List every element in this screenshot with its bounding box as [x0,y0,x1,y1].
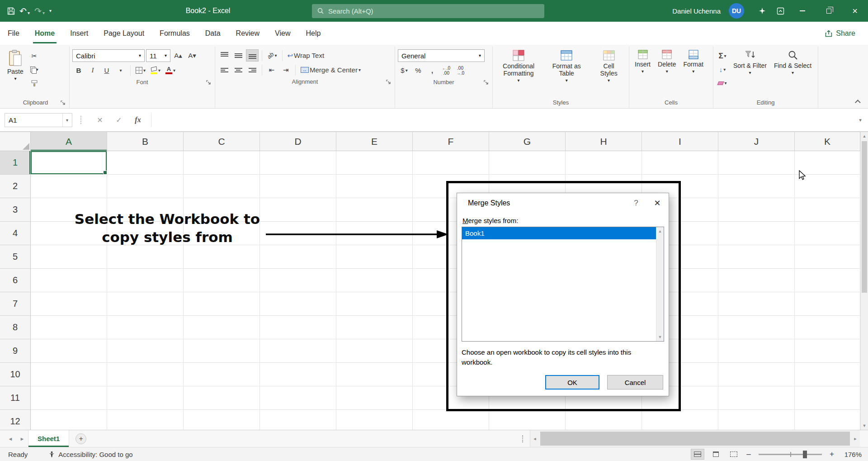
enter-entry-button[interactable]: ✓ [109,113,128,127]
cell-J4[interactable] [718,222,795,245]
column-header-E[interactable]: E [336,132,413,151]
cell-G12[interactable] [489,410,566,430]
zoom-in-button[interactable]: + [828,450,835,459]
cell-E2[interactable] [336,175,413,198]
row-header-9[interactable]: 9 [0,339,31,363]
cell-K8[interactable] [795,316,860,339]
cell-K7[interactable] [795,292,860,316]
middle-align-button[interactable] [232,49,245,62]
paste-button[interactable]: Paste ▾ [5,47,26,82]
align-center-button[interactable] [232,64,245,76]
zoom-slider-thumb[interactable] [803,451,807,458]
cell-B11[interactable] [107,386,184,410]
save-button[interactable] [7,7,15,15]
row-header-3[interactable]: 3 [0,198,31,222]
cell-D3[interactable] [260,198,336,222]
format-as-table-button[interactable]: Format as Table ▾ [543,47,590,84]
cell-A9[interactable] [31,339,107,363]
cell-B6[interactable] [107,269,184,292]
undo-button[interactable]: ↶▾ [19,7,30,15]
cell-E6[interactable] [336,269,413,292]
cell-J1[interactable] [718,151,795,175]
cell-J2[interactable] [718,175,795,198]
horizontal-scroll-thumb[interactable] [540,432,850,446]
collapse-ribbon-button[interactable] [855,100,861,105]
cell-B12[interactable] [107,410,184,430]
sort-filter-button[interactable]: Sort & Filter ▾ [731,47,769,76]
copy-button[interactable]: ▾ [28,63,41,76]
decrease-decimal-button[interactable]: .00→.0 [454,64,467,76]
ribbon-display-options-icon[interactable] [771,0,789,22]
row-header-7[interactable]: 7 [0,292,31,316]
cell-A2[interactable] [31,175,107,198]
align-right-button[interactable] [246,64,259,76]
underline-button[interactable]: U [100,64,113,76]
cell-K2[interactable] [795,175,860,198]
search-box[interactable]: Search (Alt+Q) [312,4,544,18]
cell-styles-button[interactable]: Cell Styles ▾ [591,47,626,84]
scroll-down-icon[interactable]: ▼ [658,335,662,339]
merge-center-button[interactable]: ↔Merge & Center▾ [299,64,363,76]
cell-D10[interactable] [260,363,336,386]
formula-input[interactable] [151,113,853,127]
increase-indent-button[interactable]: ⇥ [279,64,292,76]
shrink-font-button[interactable]: A▾ [186,50,198,62]
column-header-I[interactable]: I [642,132,718,151]
tab-formulas[interactable]: Formulas [152,22,198,45]
sheet-tab-sheet1[interactable]: Sheet1 [28,430,69,447]
font-dialog-launcher[interactable] [206,80,211,85]
cell-H12[interactable] [566,410,642,430]
column-header-H[interactable]: H [566,132,642,151]
cell-A10[interactable] [31,363,107,386]
listbox-scrollbar[interactable]: ▲ ▼ [656,227,664,341]
cell-A6[interactable] [31,269,107,292]
row-header-10[interactable]: 10 [0,363,31,386]
cell-I12[interactable] [642,410,718,430]
format-painter-button[interactable] [28,77,41,89]
tab-insert[interactable]: Insert [62,22,96,45]
cell-E9[interactable] [336,339,413,363]
cell-D2[interactable] [260,175,336,198]
cell-C2[interactable] [184,175,260,198]
increase-decimal-button[interactable]: ←.0.00 [440,64,453,76]
cell-D5[interactable] [260,245,336,269]
vertical-scroll-thumb[interactable] [862,141,867,293]
dialog-help-button[interactable]: ? [626,193,646,213]
vertical-scrollbar[interactable]: ▲ ▼ [860,132,868,430]
fill-color-button[interactable]: ▾ [149,64,162,76]
column-header-J[interactable]: J [718,132,795,151]
cancel-entry-button[interactable]: ✕ [90,113,109,127]
conditional-formatting-button[interactable]: Conditional Formatting ▾ [495,47,542,84]
cell-J9[interactable] [718,339,795,363]
avatar[interactable]: DU [729,3,744,19]
delete-cells-button[interactable]: Delete ▾ [655,47,679,75]
scroll-up-icon[interactable]: ▲ [658,229,662,233]
cell-D12[interactable] [260,410,336,430]
tab-view[interactable]: View [267,22,298,45]
cell-J10[interactable] [718,363,795,386]
format-cells-button[interactable]: Format ▾ [680,47,706,75]
cell-E7[interactable] [336,292,413,316]
customize-qat-button[interactable]: ▾ [49,9,52,13]
cell-J12[interactable] [718,410,795,430]
tab-home[interactable]: Home [27,22,62,45]
wrap-text-button[interactable]: ↩Wrap Text [286,49,326,62]
font-color-button[interactable]: A▾ [164,64,177,76]
number-format-select[interactable]: General▾ [398,49,485,62]
autosum-button[interactable]: Σ▾ [716,50,729,62]
name-box-caret-icon[interactable]: ▾ [62,114,68,127]
dialog-title-bar[interactable]: Merge Styles ? ✕ [457,193,669,213]
cell-K5[interactable] [795,245,860,269]
top-align-button[interactable] [218,49,231,62]
cell-B2[interactable] [107,175,184,198]
bottom-align-button[interactable] [246,49,259,62]
page-break-view-button[interactable] [727,449,741,460]
cell-J11[interactable] [718,386,795,410]
cell-K9[interactable] [795,339,860,363]
cell-D9[interactable] [260,339,336,363]
select-all-corner[interactable] [0,132,31,151]
cell-K6[interactable] [795,269,860,292]
cell-J5[interactable] [718,245,795,269]
cell-C12[interactable] [184,410,260,430]
cell-F1[interactable] [413,151,489,175]
